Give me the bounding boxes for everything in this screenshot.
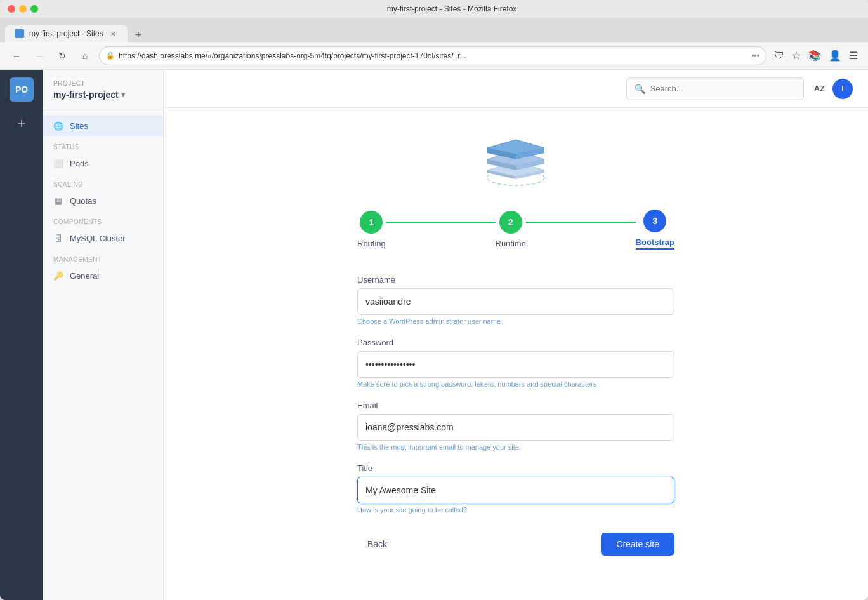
url-bar[interactable]: 🔒 https://dash.presslabs.me/#/organizati… — [99, 46, 766, 65]
title-bar: my-first-project - Sites - Mozilla Firef… — [0, 0, 868, 18]
username-input[interactable] — [357, 288, 674, 315]
step-3-circle: 3 — [643, 210, 666, 232]
back-nav-button[interactable]: ← — [8, 47, 25, 65]
box-icon: ⬜ — [53, 158, 63, 168]
username-hint: Choose a WordPress administrator user na… — [357, 317, 674, 325]
sync-button[interactable]: 👤 — [826, 47, 844, 64]
password-input[interactable] — [357, 351, 674, 378]
management-section-label: MANAGEMENT — [43, 248, 163, 265]
security-icon: 🔒 — [106, 51, 115, 60]
az-button[interactable]: AZ — [814, 84, 825, 93]
header-icons: AZ I — [814, 79, 853, 99]
window-title: my-first-project - Sites - Mozilla Firef… — [43, 4, 860, 13]
search-input[interactable] — [650, 84, 796, 93]
top-header: 🔍 AZ I — [164, 70, 868, 108]
org-avatar[interactable]: PO — [10, 77, 34, 102]
nav-bar: ← → ↻ ⌂ 🔒 https://dash.presslabs.me/#/or… — [0, 42, 868, 70]
sidebar-item-general[interactable]: 🔑 General — [43, 265, 163, 286]
username-label: Username — [357, 275, 674, 284]
tab-favicon — [15, 29, 24, 38]
new-tab-button[interactable]: + — [130, 29, 147, 42]
close-button[interactable] — [8, 5, 15, 13]
step-3-label: Bootstrap — [636, 237, 674, 250]
password-hint: Make sure to pick a strong password: let… — [357, 380, 674, 388]
email-group: Email This is the most important email t… — [357, 401, 674, 451]
sidebar-section-0: 🌐 Sites — [43, 116, 163, 136]
minimize-button[interactable] — [19, 5, 27, 13]
extensions-button[interactable]: 🛡 — [772, 47, 787, 64]
components-section-label: COMPONENTS — [43, 211, 163, 228]
home-button[interactable]: ⌂ — [76, 47, 94, 65]
sidebar-item-mysql[interactable]: 🗄 MySQL Cluster — [43, 228, 163, 248]
globe-icon: 🌐 — [53, 121, 63, 131]
forward-nav-button[interactable]: → — [30, 47, 48, 65]
active-tab[interactable]: my-first-project - Sites ✕ — [5, 25, 128, 42]
step-line-2 — [526, 222, 636, 223]
reload-button[interactable]: ↻ — [53, 47, 71, 65]
search-icon: 🔍 — [635, 84, 645, 94]
create-site-button[interactable]: Create site — [601, 533, 674, 556]
maximize-button[interactable] — [30, 5, 38, 13]
sidebar-item-quotas[interactable]: ▦ Quotas — [43, 190, 163, 211]
main-content: 🔍 AZ I — [164, 70, 868, 600]
chart-icon: ▦ — [53, 196, 63, 206]
step-line-1 — [386, 222, 496, 223]
step-2-label: Runtime — [496, 239, 526, 248]
url-text: https://dash.presslabs.me/#/organization… — [119, 51, 747, 60]
form-actions: Back Create site — [357, 533, 674, 556]
step-1-label: Routing — [357, 239, 386, 248]
status-section-label: STATUS — [43, 136, 163, 153]
stepper: 1 Routing 2 Runtime 3 Bootstrap — [357, 210, 674, 250]
step-2-circle: 2 — [499, 211, 522, 234]
key-icon: 🔑 — [53, 270, 63, 281]
tab-close-button[interactable]: ✕ — [109, 29, 117, 38]
step-1-circle: 1 — [360, 211, 383, 234]
step-1: 1 Routing — [357, 211, 386, 248]
title-group: Title How is your site going to be calle… — [357, 463, 674, 514]
bookmark-button[interactable]: ☆ — [789, 47, 803, 64]
email-label: Email — [357, 401, 674, 410]
project-header: PROJECT my-first-project ▾ — [43, 80, 163, 110]
email-input[interactable] — [357, 414, 674, 441]
title-input[interactable] — [357, 477, 674, 503]
traffic-lights — [8, 5, 38, 13]
chevron-down-icon: ▾ — [121, 90, 125, 99]
form-container: Username Choose a WordPress administrato… — [357, 275, 674, 556]
add-org-button[interactable]: + — [10, 112, 34, 136]
tab-bar: my-first-project - Sites ✕ + — [0, 18, 868, 42]
username-group: Username Choose a WordPress administrato… — [357, 275, 674, 325]
form-area: 1 Routing 2 Runtime 3 Bootstrap — [164, 108, 868, 600]
password-group: Password Make sure to pick a strong pass… — [357, 338, 674, 388]
library-button[interactable]: 📚 — [806, 47, 824, 64]
scaling-section-label: SCALING — [43, 173, 163, 190]
dark-sidebar: PO + — [0, 70, 43, 600]
title-label: Title — [357, 463, 674, 473]
db-icon: 🗄 — [53, 233, 63, 243]
nav-icons: 🛡 ☆ 📚 👤 ☰ — [772, 47, 860, 64]
stack-logo — [478, 127, 554, 190]
more-url-icon: ••• — [751, 51, 760, 60]
sidebar-item-sites[interactable]: 🌐 Sites — [43, 116, 163, 136]
back-button[interactable]: Back — [357, 534, 397, 554]
sidebar-item-pods[interactable]: ⬜ Pods — [43, 153, 163, 173]
password-label: Password — [357, 338, 674, 347]
light-sidebar: PROJECT my-first-project ▾ 🌐 Sites STATU… — [43, 70, 164, 600]
search-bar[interactable]: 🔍 — [626, 77, 804, 100]
step-2: 2 Runtime — [496, 211, 526, 248]
project-name[interactable]: my-first-project ▾ — [53, 90, 153, 100]
menu-button[interactable]: ☰ — [846, 47, 860, 64]
project-label: PROJECT — [53, 80, 153, 87]
step-3: 3 Bootstrap — [636, 210, 674, 250]
user-avatar[interactable]: I — [832, 79, 853, 99]
email-hint: This is the most important email to mana… — [357, 443, 674, 451]
tab-label: my-first-project - Sites — [29, 29, 103, 38]
title-hint: How is your site going to be called? — [357, 506, 674, 514]
